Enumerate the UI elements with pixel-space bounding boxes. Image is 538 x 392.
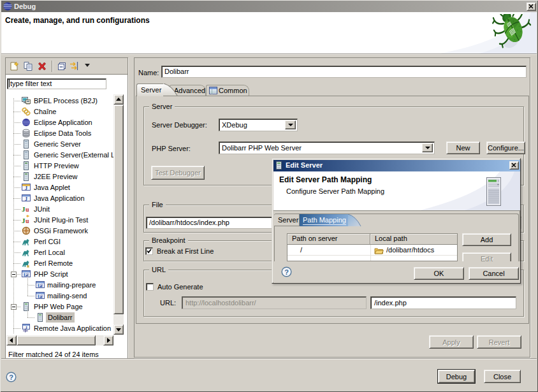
svg-text:u: u xyxy=(25,206,29,213)
svg-text:J: J xyxy=(25,185,27,191)
svg-text:?: ? xyxy=(9,374,13,381)
svg-text:u: u xyxy=(25,217,29,224)
svg-text:J: J xyxy=(25,196,27,202)
svg-text:?: ? xyxy=(284,268,289,276)
svg-text:P: P xyxy=(39,294,42,298)
svg-text:P: P xyxy=(39,283,42,287)
